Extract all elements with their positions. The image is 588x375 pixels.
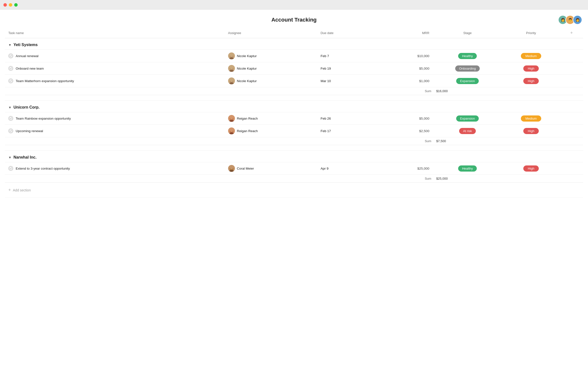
assignee-cell: Coral Meier xyxy=(225,162,317,175)
row-action-cell xyxy=(560,62,583,75)
table-row: Annual renewal Nicole Kaptur Feb 7 $10,0… xyxy=(5,50,583,62)
priority-cell: High xyxy=(502,75,560,87)
task-name-cell: Team Matterhorn expansion opportunity xyxy=(5,75,225,87)
task-checkbox[interactable] xyxy=(8,116,13,121)
priority-cell: Medium xyxy=(502,112,560,125)
stage-cell: Healthy xyxy=(433,50,502,62)
section-row: ▼ Yeti Systems xyxy=(5,38,583,50)
priority-badge: Medium xyxy=(521,53,541,59)
col-header-due: Due date xyxy=(317,28,375,38)
assignee-name: Nicole Kaptur xyxy=(237,79,257,83)
sum-row: Sum $25,000 xyxy=(5,175,583,183)
mrr-cell: $1,000 xyxy=(375,75,433,87)
avatar-user3[interactable]: 👩 xyxy=(573,15,582,25)
maximize-button[interactable] xyxy=(14,3,18,7)
add-column-button[interactable]: + xyxy=(560,28,583,38)
task-checkbox[interactable] xyxy=(8,128,13,133)
col-header-priority: Priority xyxy=(502,28,560,38)
section-chevron-unicorn-corp[interactable]: ▼ xyxy=(8,106,12,109)
assignee-cell: Nicole Kaptur xyxy=(225,62,317,75)
task-checkbox[interactable] xyxy=(8,78,13,83)
avatar-group: 👩 👨 👩 xyxy=(558,15,582,25)
assignee-name: Reigan Reach xyxy=(237,117,258,120)
sum-label: Sum xyxy=(375,137,433,145)
minimize-button[interactable] xyxy=(9,3,12,7)
page-title: Account Tracking xyxy=(271,17,317,23)
priority-cell: High xyxy=(502,62,560,75)
task-name: Upcoming renewal xyxy=(16,129,43,133)
stage-badge: Healthy xyxy=(458,53,477,59)
col-header-mrr: MRR xyxy=(375,28,433,38)
col-header-stage: Stage xyxy=(433,28,502,38)
due-date-cell: Feb 19 xyxy=(317,62,375,75)
app-window: Account Tracking 👩 👨 👩 Task name Assigne… xyxy=(0,10,588,375)
stage-cell: At risk xyxy=(433,125,502,137)
assignee-avatar xyxy=(228,115,235,122)
stage-badge: Expansion xyxy=(456,78,479,84)
add-section-plus-icon: + xyxy=(8,188,11,193)
stage-badge: Onboarding xyxy=(455,65,480,72)
task-name: Extend to 3-year contract opportunity xyxy=(16,167,70,170)
sum-end xyxy=(502,87,583,95)
assignee-cell: Reigan Reach xyxy=(225,112,317,125)
priority-cell: High xyxy=(502,125,560,137)
table-row: Team Matterhorn expansion opportunity Ni… xyxy=(5,75,583,87)
sum-spacer xyxy=(5,175,375,183)
svg-point-23 xyxy=(230,129,233,132)
col-header-task: Task name xyxy=(5,28,225,38)
task-checkbox[interactable] xyxy=(8,166,13,171)
assignee-avatar xyxy=(228,165,235,172)
svg-point-8 xyxy=(230,66,233,69)
stage-cell: Healthy xyxy=(433,162,502,175)
task-name: Team Matterhorn expansion opportunity xyxy=(16,79,74,83)
task-name-cell: Team Rainbow expansion opportunity xyxy=(5,112,225,125)
mrr-cell: $2,500 xyxy=(375,125,433,137)
svg-point-18 xyxy=(230,116,233,119)
assignee-avatar xyxy=(228,77,235,84)
priority-badge: High xyxy=(523,65,539,72)
sum-spacer xyxy=(5,137,375,145)
add-section-row: + Add section xyxy=(5,183,583,198)
sum-value: $7,500 xyxy=(433,137,502,145)
sum-spacer xyxy=(5,87,375,95)
task-checkbox[interactable] xyxy=(8,53,13,58)
priority-badge: High xyxy=(523,128,539,134)
task-name-cell: Extend to 3-year contract opportunity xyxy=(5,162,225,175)
due-date-cell: Feb 17 xyxy=(317,125,375,137)
assignee-cell: Reigan Reach xyxy=(225,125,317,137)
sum-end xyxy=(502,137,583,145)
stage-cell: Onboarding xyxy=(433,62,502,75)
section-chevron-yeti-systems[interactable]: ▼ xyxy=(8,43,12,47)
stage-badge: Expansion xyxy=(456,115,479,122)
section-title-narwhal-inc: Narwhal Inc. xyxy=(13,155,37,160)
table-row: Extend to 3-year contract opportunity Co… xyxy=(5,162,583,175)
due-date-cell: Mar 10 xyxy=(317,75,375,87)
section-row: ▼ Unicorn Corp. xyxy=(5,101,583,112)
section-chevron-narwhal-inc[interactable]: ▼ xyxy=(8,156,12,159)
stage-badge: Healthy xyxy=(458,165,477,172)
page-header: Account Tracking 👩 👨 👩 xyxy=(0,10,588,28)
add-section-button[interactable]: + Add section xyxy=(8,188,580,193)
col-header-assignee: Assignee xyxy=(225,28,317,38)
row-action-cell xyxy=(560,125,583,137)
due-date-cell: Feb 26 xyxy=(317,112,375,125)
close-button[interactable] xyxy=(3,3,7,7)
spacer-row xyxy=(5,145,583,151)
sum-value: $25,000 xyxy=(433,175,502,183)
priority-cell: High xyxy=(502,162,560,175)
section-row: ▼ Narwhal Inc. xyxy=(5,151,583,162)
stage-cell: Expansion xyxy=(433,75,502,87)
priority-cell: Medium xyxy=(502,50,560,62)
sum-row: Sum $16,000 xyxy=(5,87,583,95)
svg-point-3 xyxy=(230,54,233,57)
add-section-cell: + Add section xyxy=(5,183,583,198)
row-action-cell xyxy=(560,75,583,87)
assignee-name: Coral Meier xyxy=(237,167,254,170)
sum-label: Sum xyxy=(375,175,433,183)
mrr-cell: $5,000 xyxy=(375,62,433,75)
assignee-cell: Nicole Kaptur xyxy=(225,75,317,87)
assignee-name: Reigan Reach xyxy=(237,129,258,133)
task-name-cell: Annual renewal xyxy=(5,50,225,62)
stage-cell: Expansion xyxy=(433,112,502,125)
task-checkbox[interactable] xyxy=(8,66,13,71)
